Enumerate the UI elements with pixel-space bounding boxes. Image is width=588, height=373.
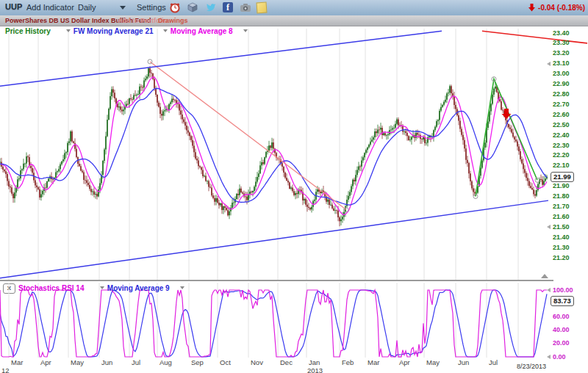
price-tick-label: 22.50 xyxy=(553,121,570,128)
price-tick-label: 22.30 xyxy=(553,142,570,149)
interval-select[interactable]: Daily xyxy=(78,3,96,12)
price-tick-label: 23.00 xyxy=(553,70,570,77)
price-tick-label: 23.20 xyxy=(553,49,570,57)
ind-legend-moving-average-9[interactable]: Moving Average 9 xyxy=(107,284,170,292)
facebook-icon[interactable]: f xyxy=(223,2,233,12)
upper-channel-line xyxy=(0,31,442,86)
price-tick-label: 21.50 xyxy=(553,223,570,231)
camera-icon[interactable] xyxy=(240,1,251,13)
month-label: Oct xyxy=(220,358,231,366)
last-price-box: 21.99 xyxy=(551,172,574,182)
change-value: -0.04 (-0.18%) xyxy=(538,4,585,12)
month-label: Jan xyxy=(309,358,320,366)
oscillator-line xyxy=(0,290,547,357)
month-label: Dec xyxy=(280,358,293,366)
indicator-tick-label: 0.00 xyxy=(553,353,566,361)
indicator-tick-label: 20.00 xyxy=(553,339,570,347)
pane-divider[interactable] xyxy=(0,280,553,281)
price-tick-label: 22.40 xyxy=(553,131,570,139)
month-label: May xyxy=(426,358,440,366)
drawings-link[interactable]: Drawings xyxy=(158,17,188,24)
indicator-range-marker-icon xyxy=(547,355,551,359)
legend-moving-average-8[interactable]: Moving Average 8 xyxy=(171,27,233,35)
month-label: May xyxy=(71,358,84,366)
note-icon[interactable] xyxy=(256,2,267,14)
lower-channel-line xyxy=(0,200,548,278)
quote-change: -0.04 (-0.18%) xyxy=(528,4,585,12)
month-label: Jun xyxy=(101,358,112,366)
price-tick-label: 21.40 xyxy=(553,233,570,241)
legend-caret-icon[interactable] xyxy=(180,286,184,289)
down-arrow-icon xyxy=(528,4,536,12)
price-tick-label: 23.10 xyxy=(553,59,570,67)
legend-caret-icon[interactable] xyxy=(100,286,104,289)
price-tick-label: 21.90 xyxy=(553,182,570,189)
price-tick-label: 21.20 xyxy=(553,254,570,261)
legend-caret-icon[interactable] xyxy=(163,29,168,32)
cube-icon[interactable] xyxy=(187,1,198,13)
indicator-range-marker-icon xyxy=(547,288,551,292)
price-tick-label: 22.20 xyxy=(553,151,570,159)
price-tick-label: 22.80 xyxy=(553,90,570,98)
year-label: 12 xyxy=(1,366,10,373)
price-tick-label: 21.70 xyxy=(553,203,570,210)
indicator-value-box: 83.73 xyxy=(551,296,574,306)
indicator-tick-label: 40.00 xyxy=(553,326,570,333)
symbol-label[interactable]: UUP xyxy=(5,2,22,11)
price-tick-label: 22.90 xyxy=(553,80,570,87)
legend-caret-icon[interactable] xyxy=(243,29,248,32)
settings-button[interactable]: Settings xyxy=(137,3,166,12)
month-label: Mar xyxy=(11,358,23,366)
legend-price-history[interactable]: Price History xyxy=(5,27,51,35)
price-tick-label: 22.10 xyxy=(553,162,570,169)
period-extreme-marker-icon xyxy=(547,62,551,66)
end-date-label: 8/23/2013 xyxy=(517,363,546,370)
legend-fw-moving-average-21[interactable]: FW Moving Average 21 xyxy=(74,27,154,35)
price-tick-label: 21.60 xyxy=(553,213,570,220)
toolbar: UUP Add Indicator Daily Settings f xyxy=(0,0,588,16)
month-label: Jul xyxy=(132,358,140,366)
month-label: Aug xyxy=(159,358,172,366)
period-extreme-marker-icon xyxy=(547,225,551,229)
price-tick-label: 21.30 xyxy=(553,244,570,251)
ind-legend-stochastics-rsi-14[interactable]: Stochastics RSI 14 xyxy=(18,284,84,292)
month-label: Feb xyxy=(342,358,354,366)
add-indicator-button[interactable]: Add Indicator xyxy=(26,3,74,12)
alarm-icon[interactable] xyxy=(169,1,181,13)
month-label: Sep xyxy=(191,358,204,366)
month-label: Jun xyxy=(458,358,469,366)
month-label: Nov xyxy=(251,358,263,366)
price-tick-label: 23.30 xyxy=(553,39,570,46)
indicator-chart-canvas xyxy=(0,283,588,358)
month-label: Apr xyxy=(399,358,410,366)
year-label: 2013 xyxy=(307,366,323,373)
resistance-line xyxy=(482,31,587,43)
price-tick-label: 22.70 xyxy=(553,101,570,108)
scroll-collapse-icon[interactable] xyxy=(541,274,548,278)
legend-caret-icon[interactable] xyxy=(66,29,71,32)
price-tick-label: 22.60 xyxy=(553,111,570,118)
subheader-bar: PowerShares DB US Dollar Index Bullish F… xyxy=(0,15,588,26)
month-label: Mar xyxy=(368,358,379,366)
twitter-icon[interactable] xyxy=(204,1,216,13)
price-tick-label: 23.40 xyxy=(553,29,570,37)
indicator-tick-label: 60.00 xyxy=(553,313,570,320)
month-label: Apr xyxy=(40,358,51,366)
price-chart-canvas xyxy=(0,26,588,280)
indicator-tick-label: 100.00 xyxy=(553,286,573,294)
interval-caret-icon[interactable] xyxy=(120,6,126,10)
month-label: Jul xyxy=(489,358,498,366)
price-tick-label: 21.80 xyxy=(553,192,570,200)
